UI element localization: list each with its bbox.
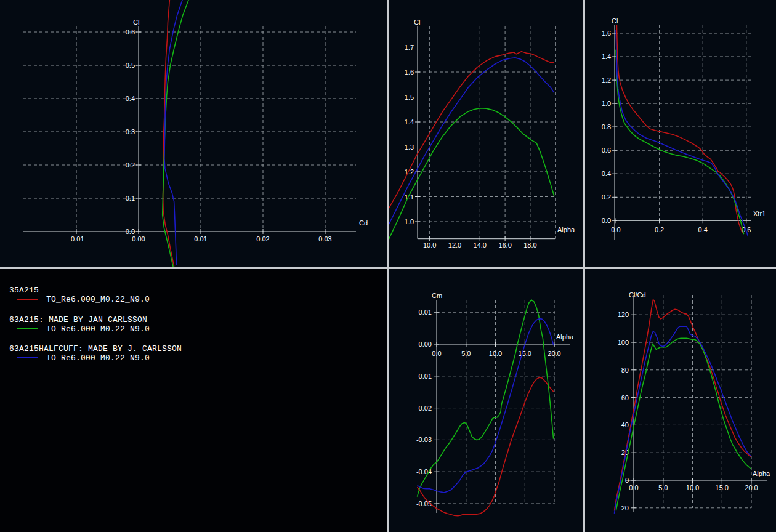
- legend-color-line-green: [17, 328, 38, 329]
- x-tick-label: 0.0: [629, 484, 638, 491]
- y-tick-label: 0.3: [126, 128, 135, 135]
- y-tick-label: 40: [621, 421, 629, 429]
- x-tick-label: 16.0: [498, 241, 511, 249]
- series-curve: [418, 300, 554, 497]
- x-tick-label: 10.0: [423, 241, 436, 249]
- panel-cl-vs-xtr1: 0.00.20.40.60.00.20.40.60.81.01.21.41.6X…: [585, 0, 776, 267]
- y-tick-label: 1.1: [405, 193, 414, 201]
- y-tick-label: 0.1: [126, 195, 135, 202]
- y-tick-label: 1.0: [602, 100, 611, 107]
- panel-legend: 35A215 TO_Re6.000_M0.22_N9.0 63A215: MAD…: [0, 269, 387, 532]
- series-curve: [418, 319, 554, 493]
- x-tick-label: 0.00: [132, 235, 145, 243]
- y-tick-label: 1.6: [602, 30, 611, 37]
- x-axis-title: Xtr1: [753, 210, 766, 217]
- y-tick-label: 0.4: [602, 170, 611, 177]
- y-tick-label: 0.0: [602, 217, 611, 224]
- horizontal-panel-divider: [0, 267, 776, 269]
- panel-cm-vs-alpha: 0.05.010.015.020.00.010.00-0.01-0.02-0.0…: [389, 269, 583, 532]
- clcd-alpha-plot[interactable]: 0.05.010.015.020.0120100806040200-20Alph…: [585, 269, 776, 532]
- y-tick-label: 1.0: [405, 218, 414, 225]
- y-tick-label: -0.03: [416, 436, 432, 443]
- y-tick-label: 0.2: [126, 161, 135, 169]
- x-tick-label: 20.0: [745, 484, 758, 491]
- cl-cd-polar-plot[interactable]: -0.010.000.010.020.030.00.10.20.30.40.50…: [0, 0, 387, 267]
- y-tick-label: 100: [618, 339, 629, 346]
- cl-alpha-plot[interactable]: 10.012.014.016.018.01.01.11.21.31.41.51.…: [389, 0, 583, 267]
- y-tick-label: 0.5: [126, 62, 135, 69]
- y-tick-label: -0.04: [416, 468, 432, 475]
- airfoil-name: 63A215: MADE BY JAN CARLSSON: [9, 316, 382, 324]
- x-tick-label: 15.0: [716, 484, 729, 491]
- legend-color-line-blue: [17, 357, 38, 358]
- airfoil-name: 35A215: [9, 287, 382, 294]
- y-tick-label: 0.0: [126, 228, 135, 235]
- series-curve: [615, 300, 751, 511]
- cm-alpha-plot[interactable]: 0.05.010.015.020.00.010.00-0.01-0.02-0.0…: [389, 269, 583, 532]
- x-axis-title: Alpha: [557, 226, 575, 233]
- panel-clcd-vs-alpha: 0.05.010.015.020.0120100806040200-20Alph…: [585, 269, 776, 532]
- x-tick-label: 0.02: [256, 235, 269, 243]
- panel-cl-vs-cd: -0.010.000.010.020.030.00.10.20.30.40.50…: [0, 0, 387, 267]
- x-tick-label: 15.0: [519, 350, 531, 357]
- y-tick-label: 80: [621, 366, 629, 374]
- y-tick-label: 0.6: [602, 147, 611, 154]
- y-tick-label: 120: [618, 311, 629, 318]
- y-tick-label: 0: [625, 477, 629, 484]
- y-tick-label: 1.6: [405, 68, 414, 76]
- series-curve: [616, 30, 748, 236]
- y-tick-label: 1.4: [405, 118, 414, 126]
- x-tick-label: 0.0: [432, 350, 441, 357]
- polar-analysis-screen: { "style": { "background": "#000105", "p…: [0, 0, 776, 532]
- legend-entry[interactable]: 63A215HALFCUFF: MADE BY J. CARLSSON TO_R…: [0, 345, 382, 361]
- legend-color-line-red: [17, 299, 38, 300]
- y-tick-label: 0.2: [602, 193, 611, 201]
- y-axis-title: Cl/Cd: [629, 291, 646, 299]
- x-axis-title: Alpha: [556, 333, 574, 341]
- legend-entry[interactable]: 35A215 TO_Re6.000_M0.22_N9.0: [0, 287, 382, 303]
- x-tick-label: 0.01: [194, 235, 207, 243]
- y-tick-label: 0.8: [602, 123, 611, 131]
- vertical-panel-divider: [583, 0, 585, 532]
- series-curve: [616, 50, 744, 235]
- y-tick-label: 0.4: [126, 95, 135, 102]
- y-tick-label: 0.01: [419, 308, 432, 316]
- y-axis-title: Cm: [432, 292, 442, 299]
- x-tick-label: 10.0: [686, 484, 699, 491]
- y-tick-label: 1.2: [602, 76, 611, 84]
- y-tick-label: 0.00: [419, 341, 432, 348]
- series-curve: [418, 377, 554, 516]
- y-axis-title: Cl: [133, 18, 139, 26]
- x-tick-label: 12.0: [448, 241, 461, 249]
- y-tick-label: -0.02: [416, 405, 432, 412]
- x-axis-title: Cd: [359, 219, 368, 227]
- series-curve: [616, 25, 742, 233]
- x-tick-label: 0.0: [611, 226, 620, 233]
- polar-name: TO_Re6.000_M0.22_N9.0: [46, 324, 150, 334]
- x-tick-label: 5.0: [461, 350, 471, 357]
- x-tick-label: 0.4: [698, 226, 708, 233]
- y-axis-title: Cl: [612, 17, 618, 25]
- x-tick-label: 5.0: [658, 484, 668, 491]
- x-tick-label: 14.0: [474, 241, 487, 249]
- y-tick-label: 1.5: [405, 94, 414, 101]
- x-tick-label: 0.2: [655, 226, 664, 233]
- y-tick-label: -20: [619, 504, 629, 512]
- panel-cl-vs-alpha: 10.012.014.016.018.01.01.11.21.31.41.51.…: [389, 0, 583, 267]
- x-tick-label: -0.01: [68, 235, 84, 243]
- y-tick-label: 60: [621, 394, 629, 401]
- x-tick-label: 18.0: [523, 241, 536, 249]
- airfoil-name: 63A215HALFCUFF: MADE BY J. CARLSSON: [9, 345, 382, 353]
- y-tick-label: 1.7: [405, 44, 414, 51]
- legend-entry[interactable]: 63A215: MADE BY JAN CARLSSON TO_Re6.000_…: [0, 316, 382, 332]
- polar-name: TO_Re6.000_M0.22_N9.0: [46, 295, 150, 304]
- y-tick-label: -0.01: [416, 373, 432, 380]
- x-tick-label: 10.0: [489, 350, 502, 357]
- x-tick-label: 20.0: [548, 350, 560, 357]
- cl-xtr1-plot[interactable]: 0.00.20.40.60.00.20.40.60.81.01.21.41.6X…: [585, 0, 776, 267]
- x-tick-label: 0.03: [318, 235, 331, 243]
- y-axis-title: Cl: [414, 18, 420, 26]
- y-tick-label: 1.4: [602, 53, 611, 60]
- y-tick-label: 0.6: [126, 28, 135, 36]
- polar-name: TO_Re6.000_M0.22_N9.0: [46, 353, 150, 363]
